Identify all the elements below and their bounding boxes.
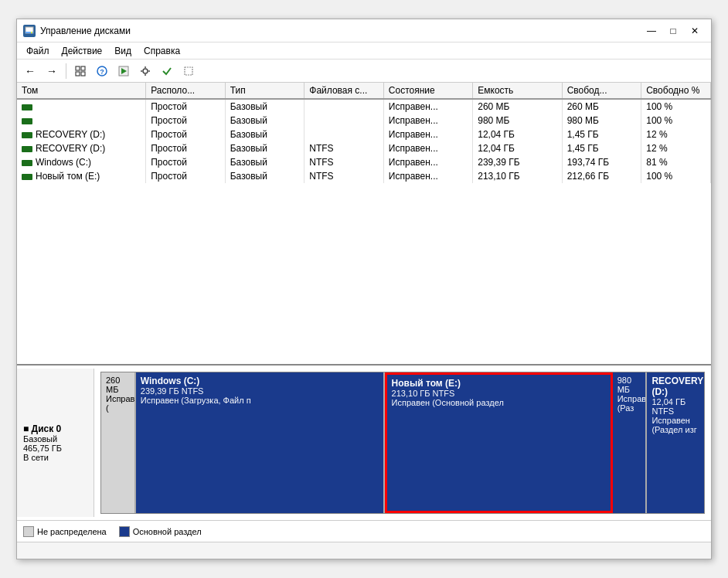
table-row[interactable]: RECOVERY (D:)ПростойБазовыйNTFSИсправен.…: [17, 141, 711, 155]
menu-bar: Файл Действие Вид Справка: [17, 42, 711, 60]
col-header-freep: Свободно %: [641, 83, 711, 99]
cell-tip: Базовый: [225, 169, 304, 183]
cell-cap: 980 МБ: [473, 114, 562, 128]
partition-size-p1: 260 МБ: [106, 376, 130, 394]
disk-size: 465,75 ГБ: [23, 444, 87, 453]
title-bar-left: Управление дисками: [23, 25, 131, 37]
menu-view[interactable]: Вид: [108, 44, 138, 58]
cell-state: Исправен...: [383, 155, 472, 169]
cell-cap: 260 МБ: [473, 99, 562, 114]
cell-state: Исправен...: [383, 128, 472, 141]
disk-row-0: ■ Диск 0 Базовый 465,75 ГБ В сети 260 МБ…: [17, 366, 711, 520]
cell-tip: Базовый: [225, 141, 304, 155]
title-bar: Управление дисками — □ ✕: [17, 19, 711, 42]
play-button[interactable]: [114, 62, 134, 80]
table-row[interactable]: RECOVERY (D:)ПростойБазовыйИсправен...12…: [17, 128, 711, 141]
partition-p5[interactable]: RECOVERY (D:)12,04 ГБ NTFSИсправен (Разд…: [647, 372, 704, 513]
volume-list[interactable]: Том Располо... Тип Файловая с... Состоян…: [17, 83, 711, 366]
legend: Не распределена Основной раздел: [17, 520, 711, 542]
maximize-button[interactable]: □: [663, 23, 683, 39]
cell-fs: NTFS: [304, 141, 384, 155]
status-bar: [17, 542, 711, 559]
cell-state: Исправен...: [383, 141, 472, 155]
cell-freep: 100 %: [641, 99, 711, 114]
partition-size-p4: 980 МБ: [617, 376, 641, 394]
cell-tom: Новый том (E:): [17, 169, 146, 183]
cell-fs: NTFS: [304, 169, 384, 183]
main-area: Том Располо... Тип Файловая с... Состоян…: [17, 83, 711, 542]
cell-free: 980 МБ: [562, 114, 641, 128]
table-row[interactable]: Новый том (E:)ПростойБазовыйNTFSИсправен…: [17, 169, 711, 183]
svg-text:?: ?: [100, 68, 104, 76]
col-header-fs: Файловая с...: [304, 83, 384, 99]
cell-free: 1,45 ГБ: [562, 128, 641, 141]
close-button[interactable]: ✕: [685, 23, 705, 39]
partition-status-p2: Исправен (Загрузка, Файл п: [141, 396, 379, 405]
partition-name-p3: Новый том (E:): [392, 378, 606, 389]
cell-raspo: Простой: [146, 128, 226, 141]
cell-freep: 81 %: [641, 155, 711, 169]
menu-help[interactable]: Справка: [138, 44, 186, 58]
cell-raspo: Простой: [146, 114, 226, 128]
cell-tip: Базовый: [225, 155, 304, 169]
partition-p3[interactable]: Новый том (E:)213,10 ГБ NTFSИсправен (Ос…: [385, 372, 613, 513]
forward-button[interactable]: →: [42, 62, 62, 80]
cell-tip: Базовый: [225, 99, 304, 114]
cell-tom: Windows (C:): [17, 155, 146, 169]
grid-button[interactable]: [70, 62, 90, 80]
legend-unalloc: Не распределена: [23, 526, 107, 537]
cell-tip: Базовый: [225, 128, 304, 141]
minimize-button[interactable]: —: [641, 23, 662, 39]
cell-state: Исправен...: [383, 169, 472, 183]
legend-box-unalloc: [23, 526, 34, 537]
partition-p1[interactable]: 260 МБИсправен (: [101, 372, 136, 513]
table-row[interactable]: Windows (C:)ПростойБазовыйNTFSИсправен..…: [17, 155, 711, 169]
disk-partitions: 260 МБИсправен (Windows (C:)239,39 ГБ NT…: [100, 372, 705, 514]
cell-raspo: Простой: [146, 141, 226, 155]
menu-action[interactable]: Действие: [56, 44, 109, 58]
col-header-state: Состояние: [383, 83, 472, 99]
cell-freep: 100 %: [641, 114, 711, 128]
back-button[interactable]: ←: [20, 62, 40, 80]
partition-p2[interactable]: Windows (C:)239,39 ГБ NTFSИсправен (Загр…: [136, 372, 385, 513]
cell-cap: 12,04 ГБ: [473, 128, 562, 141]
cell-fs: [304, 128, 384, 141]
cell-fs: [304, 114, 384, 128]
app-icon: [23, 25, 36, 37]
check-button[interactable]: [157, 62, 177, 80]
partition-p4[interactable]: 980 МБИсправен (Раз: [613, 372, 648, 513]
disk-label: ■ Диск 0 Базовый 465,75 ГБ В сети: [17, 369, 94, 517]
partition-status-p5: Исправен (Раздел изг: [651, 416, 699, 434]
cell-tom: RECOVERY (D:): [17, 128, 146, 141]
cell-freep: 100 %: [641, 169, 711, 183]
cell-cap: 12,04 ГБ: [473, 141, 562, 155]
partition-size-p3: 213,10 ГБ NTFS: [392, 389, 606, 398]
help-button[interactable]: ?: [92, 62, 112, 80]
settings-button[interactable]: [135, 62, 155, 80]
window-controls: — □ ✕: [641, 23, 705, 39]
cell-tom: [17, 99, 146, 114]
legend-label-unalloc: Не распределена: [37, 527, 107, 536]
disk-type: Базовый: [23, 434, 87, 444]
col-header-raspo: Располо...: [146, 83, 226, 99]
partition-name-p2: Windows (C:): [141, 376, 379, 386]
cell-cap: 213,10 ГБ: [473, 169, 562, 183]
legend-box-primary: [119, 526, 130, 537]
disk-view: ■ Диск 0 Базовый 465,75 ГБ В сети 260 МБ…: [17, 366, 711, 520]
legend-primary: Основной раздел: [119, 526, 202, 537]
col-header-tom: Том: [17, 83, 146, 99]
svg-point-11: [143, 69, 148, 73]
svg-rect-5: [76, 72, 80, 76]
cell-cap: 239,39 ГБ: [473, 155, 562, 169]
volume-table: Том Располо... Тип Файловая с... Состоян…: [17, 83, 711, 183]
cell-state: Исправен...: [383, 114, 472, 128]
col-header-free: Свобод...: [562, 83, 641, 99]
table-row[interactable]: ПростойБазовыйИсправен...980 МБ980 МБ100…: [17, 114, 711, 128]
partition-status-p4: Исправен (Раз: [617, 394, 641, 413]
box-button[interactable]: [179, 62, 199, 80]
svg-rect-16: [185, 67, 192, 75]
disk-name: ■ Диск 0: [23, 423, 87, 434]
table-row[interactable]: ПростойБазовыйИсправен...260 МБ260 МБ100…: [17, 99, 711, 114]
cell-fs: [304, 99, 384, 114]
menu-file[interactable]: Файл: [20, 44, 56, 58]
